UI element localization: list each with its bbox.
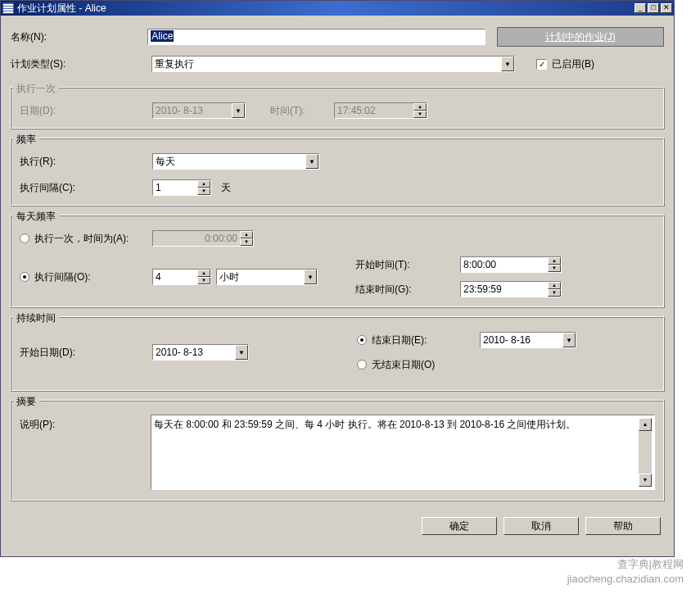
freq-group-label: 频率 <box>13 133 39 147</box>
summary-group: 摘要 说明(P): 每天在 8:00:00 和 23:59:59 之间、每 4 … <box>11 401 664 501</box>
freq-exec-label: 执行(R): <box>20 155 152 169</box>
daily-once-label: 执行一次，时间为(A): <box>34 232 129 246</box>
window: 作业计划属性 - Alice _ □ ✕ 名称(N): Alice 计划中的作业… <box>0 0 675 557</box>
once-time-label: 时间(T): <box>270 104 334 118</box>
duration-noend-label: 无结束日期(O) <box>372 358 435 372</box>
daily-start-row: 开始时间(T): 8:00:00 ▲▼ <box>355 256 562 274</box>
chevron-down-icon: ▼ <box>305 154 318 169</box>
daily-unit-select[interactable]: 小时 ▼ <box>216 269 318 285</box>
once-date-label: 日期(D): <box>20 104 152 118</box>
daily-end-value: 23:59:59 <box>461 283 548 295</box>
name-value: Alice <box>151 30 174 42</box>
daily-once-value: 0:00:00 <box>153 233 240 244</box>
daily-interval-input[interactable]: 4 ▲▼ <box>152 269 211 285</box>
once-time-value: 17:45:02 <box>335 105 413 116</box>
summary-text: 每天在 8:00:00 和 23:59:59 之间、每 4 小时 执行。将在 2… <box>154 418 639 487</box>
freq-exec-value: 每天 <box>156 155 175 169</box>
scroll-down-icon[interactable]: ▼ <box>639 474 652 487</box>
radio-icon <box>357 360 367 370</box>
chevron-down-icon: ▼ <box>232 103 245 118</box>
daily-start-input[interactable]: 8:00:00 ▲▼ <box>460 256 562 273</box>
daily-interval-row: 执行间隔(O): 4 ▲▼ 小时 ▼ 开始时间(T): 8:00:00 <box>20 256 655 298</box>
enabled-checkbox[interactable]: ✓ 已启用(B) <box>536 57 594 71</box>
freq-interval-value: 1 <box>153 182 197 193</box>
daily-once-input: 0:00:00 ▲▼ <box>152 230 254 247</box>
help-button[interactable]: 帮助 <box>585 517 661 535</box>
dialog-content: 名称(N): Alice 计划中的作业(J) 计划类型(S): 重复执行 ▼ ✓… <box>1 16 674 543</box>
duration-start-row: 开始日期(D): 2010- 8-13 ▼ 结束日期(E): 2010- 8-1… <box>20 331 655 374</box>
daily-once-radio[interactable]: 执行一次，时间为(A): <box>20 232 152 246</box>
spinner-icon: ▲▼ <box>197 180 210 195</box>
duration-start-label: 开始日期(D): <box>20 346 152 360</box>
summary-group-label: 摘要 <box>13 395 39 409</box>
duration-end-input[interactable]: 2010- 8-16 ▼ <box>480 332 576 348</box>
type-row: 计划类型(S): 重复执行 ▼ ✓ 已启用(B) <box>11 55 664 73</box>
ok-button[interactable]: 确定 <box>422 517 497 535</box>
radio-icon <box>20 272 29 282</box>
daily-end-row: 结束时间(G): 23:59:59 ▲▼ <box>355 280 562 298</box>
spinner-icon: ▲▼ <box>197 270 210 284</box>
freq-unit: 天 <box>221 181 231 195</box>
duration-end-label: 结束日期(E): <box>372 333 427 347</box>
cancel-button[interactable]: 取消 <box>504 517 579 535</box>
duration-noend-radio[interactable]: 无结束日期(O) <box>357 358 435 372</box>
duration-noend-row: 无结束日期(O) <box>357 356 576 374</box>
checkbox-icon: ✓ <box>536 59 547 70</box>
type-label: 计划类型(S): <box>11 57 151 71</box>
titlebar: 作业计划属性 - Alice _ □ ✕ <box>1 1 674 16</box>
daily-end-label: 结束时间(G): <box>355 283 460 297</box>
once-date-input: 2010- 8-13 ▼ <box>152 102 246 119</box>
duration-end-value: 2010- 8-16 <box>483 334 531 346</box>
once-group-label: 执行一次 <box>13 82 59 96</box>
once-date-value: 2010- 8-13 <box>153 105 232 116</box>
type-value: 重复执行 <box>155 57 194 71</box>
chevron-down-icon: ▼ <box>562 333 576 347</box>
name-label: 名称(N): <box>11 30 147 44</box>
daily-start-label: 开始时间(T): <box>355 258 460 272</box>
daily-interval-radio[interactable]: 执行间隔(O): <box>20 270 152 284</box>
once-group: 执行一次 日期(D): 2010- 8-13 ▼ 时间(T): 17:45:02… <box>11 88 664 129</box>
daily-once-row: 执行一次，时间为(A): 0:00:00 ▲▼ <box>20 229 655 247</box>
daily-group-label: 每天频率 <box>13 210 59 224</box>
spinner-icon: ▲▼ <box>548 282 561 297</box>
freq-exec-select[interactable]: 每天 ▼ <box>152 153 319 170</box>
spinner-icon: ▲▼ <box>548 257 561 272</box>
window-controls: _ □ ✕ <box>635 3 672 13</box>
name-row: 名称(N): Alice 计划中的作业(J) <box>11 27 664 47</box>
name-input[interactable]: Alice <box>147 29 485 45</box>
duration-group: 持续时间 开始日期(D): 2010- 8-13 ▼ 结束日期(E): <box>11 317 664 391</box>
minimize-button[interactable]: _ <box>635 3 646 13</box>
daily-interval-label: 执行间隔(O): <box>34 270 91 284</box>
duration-start-value: 2010- 8-13 <box>156 347 203 358</box>
close-button[interactable]: ✕ <box>661 3 672 13</box>
freq-interval-label: 执行间隔(C): <box>20 181 152 195</box>
freq-interval-input[interactable]: 1 ▲▼ <box>152 179 211 196</box>
daily-end-input[interactable]: 23:59:59 ▲▼ <box>460 281 562 297</box>
duration-end-radio[interactable]: 结束日期(E): <box>357 333 480 347</box>
enabled-label: 已启用(B) <box>552 57 594 71</box>
summary-desc-label: 说明(P): <box>20 415 151 432</box>
summary-row: 说明(P): 每天在 8:00:00 和 23:59:59 之间、每 4 小时 … <box>20 415 655 490</box>
daily-unit-value: 小时 <box>219 270 239 284</box>
type-select[interactable]: 重复执行 ▼ <box>151 56 515 72</box>
summary-textarea[interactable]: 每天在 8:00:00 和 23:59:59 之间、每 4 小时 执行。将在 2… <box>151 415 655 490</box>
chevron-down-icon: ▼ <box>235 345 248 360</box>
radio-icon <box>357 335 367 345</box>
scrollbar[interactable]: ▲ ▼ <box>639 418 652 487</box>
freq-interval-row: 执行间隔(C): 1 ▲▼ 天 <box>20 179 655 197</box>
jobs-in-plan-button[interactable]: 计划中的作业(J) <box>497 27 664 47</box>
watermark-line2: jiaocheng.chazidian.com <box>567 572 684 587</box>
freq-exec-row: 执行(R): 每天 ▼ <box>20 152 655 170</box>
radio-icon <box>20 233 29 243</box>
spinner-icon: ▲▼ <box>413 103 427 118</box>
maximize-button[interactable]: □ <box>648 3 659 13</box>
duration-end-row: 结束日期(E): 2010- 8-16 ▼ <box>357 331 576 349</box>
once-row: 日期(D): 2010- 8-13 ▼ 时间(T): 17:45:02 ▲▼ <box>20 102 655 120</box>
spinner-icon: ▲▼ <box>240 231 253 246</box>
scroll-up-icon[interactable]: ▲ <box>639 418 652 431</box>
duration-start-input[interactable]: 2010- 8-13 ▼ <box>152 344 249 360</box>
daily-group: 每天频率 执行一次，时间为(A): 0:00:00 ▲▼ 执行间隔(O): 4 <box>11 215 664 307</box>
watermark: 查字典|教程网 jiaocheng.chazidian.com <box>567 557 684 587</box>
freq-group: 频率 执行(R): 每天 ▼ 执行间隔(C): 1 ▲▼ 天 <box>11 138 664 206</box>
watermark-line1: 查字典|教程网 <box>567 557 684 572</box>
